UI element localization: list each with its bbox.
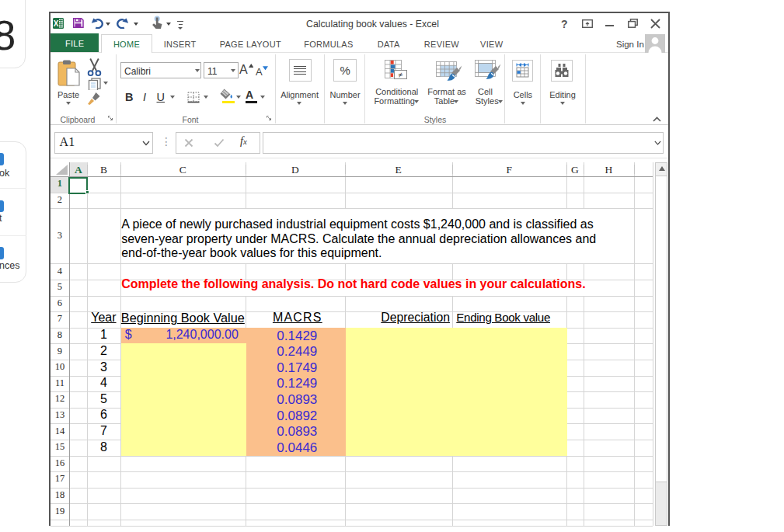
svg-text:≠: ≠	[399, 71, 403, 79]
svg-text:X: X	[53, 19, 58, 28]
